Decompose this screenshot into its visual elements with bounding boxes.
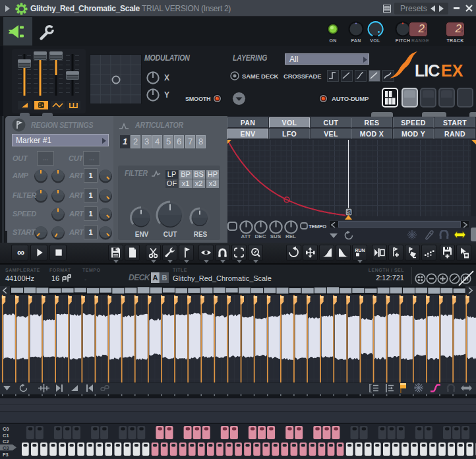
svg-text:RUN: RUN [355, 248, 365, 253]
svg-text:∞: ∞ [17, 247, 24, 258]
